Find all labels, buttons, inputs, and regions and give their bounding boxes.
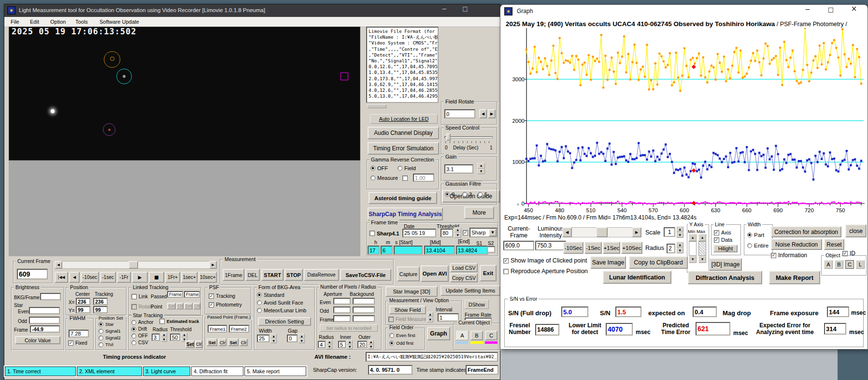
pixels-even-aperture-field[interactable]	[333, 298, 351, 305]
show-field-button[interactable]: Show Field	[389, 306, 426, 314]
graph-minimize-icon[interactable]: −	[798, 6, 817, 13]
current-frame-field[interactable]: 609	[17, 269, 48, 279]
play-button[interactable]: ▶	[132, 272, 148, 283]
show-clicked-checkbox[interactable]: Show Image of Clicked point	[503, 257, 587, 264]
pixels-odd-aperture-field[interactable]	[333, 307, 351, 313]
pixels-outer-field[interactable]: 20	[357, 341, 367, 348]
passed-clr1-button[interactable]: Clr	[218, 338, 227, 346]
minimize-icon[interactable]: −	[437, 6, 452, 12]
mag-drop-field[interactable]: 0.4	[693, 307, 717, 317]
plus-10sec-button[interactable]: 10sec+	[199, 272, 217, 283]
sharp-checkbox[interactable]	[463, 230, 468, 235]
one-frame-button[interactable]: 1Frame	[223, 269, 244, 281]
gw-object-a-button[interactable]: A	[824, 260, 833, 269]
plus-10sec-nav-button[interactable]: +10Sec	[621, 242, 642, 254]
pixels-even-bkg-field[interactable]	[353, 298, 375, 305]
gamma-measure-radio[interactable]: Measure	[370, 175, 398, 181]
gw-object-b-button[interactable]: B	[835, 260, 843, 269]
reproduce-aperture-checkbox[interactable]: Reproduce Aperture Position	[503, 268, 588, 275]
posset-star-radio[interactable]: Star	[99, 322, 114, 327]
copy-csv-button[interactable]: Copy CSV	[450, 273, 478, 282]
gaussian-3-radio[interactable]: 3	[462, 191, 472, 197]
interval-field[interactable]: 1	[438, 313, 459, 322]
minus-10sec-button[interactable]: -10sec	[81, 272, 99, 283]
save-to-csv-button[interactable]: SaveToCSV-File	[340, 269, 391, 281]
lower-limit-field[interactable]: 4070	[606, 323, 633, 336]
pixels-radius-spinner[interactable]: ▲▼	[327, 340, 332, 349]
gw-radius-field[interactable]: 2	[667, 244, 675, 253]
object-b-button[interactable]: B	[470, 331, 483, 340]
star-even-field[interactable]	[29, 307, 60, 314]
odd-first-radio[interactable]: Odd first	[389, 340, 413, 346]
field-rotate-field[interactable]: 0	[444, 109, 475, 118]
capture-button[interactable]: Capture	[397, 266, 420, 281]
gaussian-5-radio[interactable]: 5	[478, 191, 487, 197]
textbox-hscroll[interactable]	[367, 104, 386, 108]
sharp-combo-arrow-icon[interactable]: ▼	[489, 229, 497, 236]
update-setting-items-button[interactable]: Update Setting Items	[441, 285, 500, 296]
pixels-outer-spinner[interactable]: ▲▼	[368, 340, 374, 349]
linked-frame1-field[interactable]: Frame1	[167, 291, 183, 298]
minus-1fr-button[interactable]: -1Fr	[117, 272, 131, 283]
open-avi-button[interactable]: Open AVI	[421, 265, 449, 282]
x-center-field[interactable]: 236	[76, 298, 90, 305]
maximize-icon[interactable]: □	[458, 6, 472, 12]
save-image-button[interactable]: Save Image	[590, 256, 626, 269]
scale-field[interactable]: 1	[664, 227, 675, 237]
pixels-frame-bkg-field[interactable]	[353, 315, 375, 322]
posset-tivi-radio[interactable]: TIVi	[99, 342, 114, 347]
strack-threshold-field[interactable]: 50	[170, 334, 180, 341]
gw-object-c-button[interactable]: C	[845, 260, 854, 269]
step-back-button[interactable]: ◀	[69, 272, 80, 283]
bkg-gap-field[interactable]: 0	[287, 335, 298, 342]
graph-maximize-icon[interactable]: □	[821, 6, 840, 13]
ymax-down-spinner[interactable]: ▼	[698, 256, 706, 263]
gain-spinner[interactable]: ▲▼	[477, 163, 485, 174]
dshow-button[interactable]: DShow	[465, 300, 489, 309]
posset-signal2-radio[interactable]: Signal2	[99, 335, 121, 340]
bkg-standard-radio[interactable]: Standard	[257, 292, 285, 298]
predicted-error-field[interactable]: 621	[696, 322, 730, 336]
gw-slider-right-icon[interactable]: ▶	[632, 227, 641, 237]
psf-tracking-checkbox[interactable]: Tracking	[209, 293, 235, 299]
end-field[interactable]: 13.4824	[456, 246, 488, 255]
speed-slider-track[interactable]	[444, 136, 493, 138]
object-a-button[interactable]: A	[456, 331, 469, 340]
noise-reduction-button[interactable]: Noise Reduction	[771, 239, 822, 250]
avi-filename-field[interactable]: I:¥A-えんぺい観測¥観測記録2025¥20250519Veritas¥02_…	[366, 352, 498, 362]
plus-1sec-nav-button[interactable]: +1Sec	[603, 242, 620, 254]
gamma-value-field[interactable]: 1.00	[413, 174, 434, 182]
ymin-down-spinner[interactable]: ▼	[689, 256, 697, 263]
expected-error-field[interactable]: 314	[824, 323, 846, 335]
star-image-3d-button[interactable]: Star Image [3D]	[385, 286, 438, 297]
posset-signal1-radio[interactable]: Signal1	[99, 328, 121, 334]
frame-scroll-right-icon[interactable]: ▶	[209, 261, 217, 269]
pixels-frame-aperture-field[interactable]	[333, 315, 351, 322]
field-measure-checkbox[interactable]: Field Measure	[388, 317, 426, 322]
minus-1sec-nav-button[interactable]: -1Sec	[584, 242, 602, 254]
direction-setting-button[interactable]: Direction Setting	[258, 317, 311, 326]
time-stamp-field[interactable]: FrameEnd	[466, 365, 498, 375]
bkg-avoid-radio[interactable]: Avoid Sunlit Face	[257, 300, 303, 306]
stop-play-button[interactable]: ■	[149, 272, 164, 283]
date-field[interactable]: 25 05 19	[402, 229, 436, 237]
star-frame-field[interactable]: -44.9	[30, 325, 60, 333]
data-remove-button[interactable]: DataRemove	[304, 269, 339, 281]
sharpcap-version-field[interactable]: 4. 0. 9571. 0	[368, 365, 413, 375]
mid-field[interactable]: 13.4104	[424, 246, 455, 255]
load-csv-button[interactable]: Load CSV	[450, 263, 478, 272]
gw-slider-thumb[interactable]	[596, 227, 608, 237]
star-odd-field[interactable]	[29, 317, 60, 324]
stop-button[interactable]: STOP	[285, 269, 303, 281]
bkg-meteor-radio[interactable]: Meteor/Lunar Limb	[257, 307, 306, 313]
fresnel-field[interactable]: 14886	[535, 324, 559, 336]
line-axis-checkbox[interactable]: Axis	[714, 230, 731, 235]
sharpcap-timing-analysis-button[interactable]: SharpCap Timing Analysis	[368, 207, 443, 220]
second-start-field[interactable]	[394, 246, 423, 255]
light-curve-plot[interactable]: 0100020003000450480510540570600630660690…	[501, 28, 867, 222]
gamma-off-radio[interactable]: OFF	[370, 165, 388, 171]
del-button[interactable]: DEL	[245, 269, 260, 281]
jump-start-button[interactable]: |◀◀	[55, 272, 68, 283]
file-format-textbox[interactable]: Limovie File Format (for Ver.0.9.39.5 la…	[366, 27, 439, 103]
sn-field[interactable]: 1.5	[615, 307, 641, 317]
